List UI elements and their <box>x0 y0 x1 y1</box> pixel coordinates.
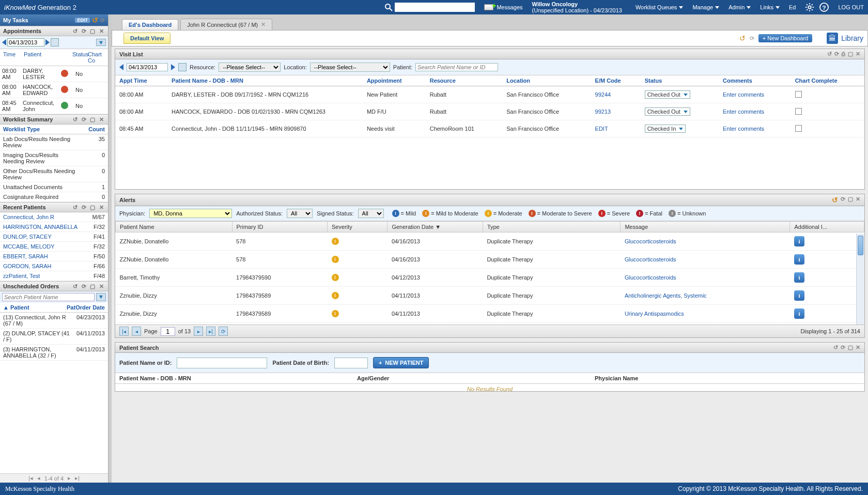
unscheduled-row[interactable]: (2) DUNLOP, STACEY (41 / F)04/11/2013 <box>0 329 108 345</box>
info-button[interactable]: i <box>794 308 804 319</box>
recent-patient-row[interactable]: HARRINGTON, ANNABELLAF/32 <box>0 222 108 232</box>
status-select[interactable]: Checked Out <box>645 107 690 116</box>
visit-row[interactable]: 08:00 AM HANCOCK, EDWARDO - DOB 01/02/19… <box>115 103 864 120</box>
refresh-icon[interactable]: ↺ <box>71 27 79 35</box>
alert-message-link[interactable]: Glucocorticosteroids <box>625 274 676 281</box>
worklist-row[interactable]: Other Docs/Results Needing Review0 <box>0 166 108 182</box>
vl-patient-search-input[interactable] <box>415 63 498 71</box>
new-patient-button[interactable]: + NEW PATIENT <box>373 357 429 368</box>
close-icon[interactable]: ✕ <box>98 116 105 123</box>
alert-message-link[interactable]: Glucocorticosteroids <box>625 238 676 244</box>
maximize-icon[interactable]: ▢ <box>848 51 853 57</box>
menu-manage[interactable]: Manage <box>688 2 723 12</box>
recent-patient-row[interactable]: DUNLOP, STACEYF/41 <box>0 232 108 242</box>
close-icon[interactable]: ✕ <box>856 196 860 204</box>
em-code-link[interactable]: 99244 <box>595 91 611 98</box>
recent-patient-row[interactable]: MCCABE, MELODYF/32 <box>0 242 108 252</box>
filter-icon[interactable]: ▼ <box>96 293 106 301</box>
ps-dob-input[interactable] <box>334 358 368 368</box>
refresh-icon[interactable]: ⟳ <box>100 17 105 24</box>
vl-resource-select[interactable]: --Please Select-- <box>219 63 281 72</box>
next-page-button[interactable]: ▸ <box>194 327 203 336</box>
global-search-input[interactable] <box>395 3 475 12</box>
gear-icon[interactable] <box>805 3 814 12</box>
help-icon[interactable]: ? <box>819 3 829 12</box>
appointment-row[interactable]: 08:45 AM Connecticut, John No <box>0 98 108 114</box>
close-icon[interactable]: ✕ <box>856 344 860 351</box>
refresh-icon[interactable]: ⟳ <box>80 27 87 35</box>
maximize-icon[interactable]: ▢ <box>848 344 853 351</box>
vl-prev-day[interactable] <box>119 64 123 70</box>
sidebar-edit-button[interactable]: EDIT <box>75 18 90 23</box>
maximize-icon[interactable]: ▢ <box>89 116 96 123</box>
calendar-icon[interactable] <box>51 38 59 47</box>
close-icon[interactable]: ✕ <box>98 27 105 35</box>
refresh-icon[interactable]: ↺ <box>833 344 838 351</box>
menu-user[interactable]: Ed <box>785 2 800 12</box>
appointment-row[interactable]: 08:00 AM DARBY, LESTER No <box>0 66 108 82</box>
refresh-icon[interactable]: ↺ <box>827 51 832 57</box>
physician-select[interactable]: MD, Donna <box>149 209 232 218</box>
chart-complete-checkbox[interactable] <box>795 91 802 98</box>
close-tab-icon[interactable]: ✕ <box>261 21 266 28</box>
appointments-date-input[interactable] <box>7 38 44 47</box>
em-code-link[interactable]: 99213 <box>595 109 611 115</box>
tab-dashboard[interactable]: Ed's Dashboard <box>122 19 178 30</box>
refresh-icon[interactable]: ↺ <box>739 34 746 42</box>
comments-link[interactable]: Enter comments <box>723 109 764 115</box>
next-day-button[interactable] <box>45 39 50 45</box>
alert-row[interactable]: Zznubie, Dizzy 17984379589 ! 04/11/2013 … <box>116 323 864 325</box>
vl-date-input[interactable] <box>127 63 168 71</box>
prev-page-button[interactable]: ◂ <box>132 327 141 336</box>
unscheduled-row[interactable]: (13) Connecticut, John R (67 / M)04/23/2… <box>0 313 108 329</box>
last-page-button[interactable]: ▸| <box>206 327 215 336</box>
last-page-button[interactable]: ▸| <box>75 475 80 482</box>
new-dashboard-button[interactable]: + New Dashboard <box>758 34 812 42</box>
tab-patient[interactable]: John R Connecticut (67 / M) ✕ <box>180 19 272 30</box>
refresh-icon[interactable]: ↺ <box>71 116 79 123</box>
alert-row[interactable]: Zznubie, Dizzy 17984379589 ! 04/11/2013 … <box>116 287 864 305</box>
calendar-icon[interactable] <box>178 63 187 71</box>
next-page-button[interactable]: ▸ <box>68 475 71 482</box>
refresh-icon[interactable]: ↺ <box>71 283 79 290</box>
maximize-icon[interactable]: ▢ <box>89 204 96 211</box>
vl-next-day[interactable] <box>171 64 175 70</box>
prev-day-button[interactable] <box>2 39 6 45</box>
status-select[interactable]: Checked In <box>645 125 686 133</box>
location-info[interactable]: Willow Oncology (Unspecified Location) -… <box>532 1 622 13</box>
info-button[interactable]: i <box>794 254 804 265</box>
worklist-row[interactable]: Lab Docs/Results Needing Review35 <box>0 134 108 150</box>
menu-worklist-queues[interactable]: Worklist Queues <box>631 2 688 12</box>
page-input[interactable] <box>161 327 175 336</box>
comments-link[interactable]: Enter comments <box>723 126 764 132</box>
maximize-icon[interactable]: ▢ <box>89 27 96 35</box>
recent-patient-row[interactable]: GORDON, SARAHF/66 <box>0 261 108 271</box>
recent-patient-row[interactable]: zzPatient, TestF/48 <box>0 271 108 281</box>
refresh-icon[interactable]: ⟳ <box>80 204 87 211</box>
close-icon[interactable]: ✕ <box>856 51 860 57</box>
maximize-icon[interactable]: ▢ <box>848 196 853 204</box>
refresh-icon[interactable]: ⟳ <box>750 35 754 42</box>
subtab-default-view[interactable]: Default View <box>123 33 171 44</box>
menu-admin[interactable]: Admin <box>724 2 755 12</box>
recent-patient-row[interactable]: EBBERT, SARAHF/50 <box>0 252 108 261</box>
em-code-link[interactable]: EDIT <box>595 126 608 132</box>
alert-row[interactable]: ZZNubie, Donatello 578 ! 04/16/2013 Dupl… <box>116 233 864 251</box>
info-button[interactable]: i <box>794 290 804 301</box>
filter-icon[interactable]: ▼ <box>96 39 106 46</box>
alert-message-link[interactable]: Anticholinergic Agents, Systemic <box>625 292 707 299</box>
status-select[interactable]: Checked Out <box>645 90 690 99</box>
unscheduled-search-input[interactable] <box>2 293 95 301</box>
worklist-row[interactable]: Cosignature Required0 <box>0 192 108 202</box>
worklist-row[interactable]: Imaging Docs/Results Needing Review0 <box>0 150 108 166</box>
menu-links[interactable]: Links <box>756 2 784 12</box>
comments-link[interactable]: Enter comments <box>723 91 764 98</box>
chart-complete-checkbox[interactable] <box>795 108 802 115</box>
info-button[interactable]: i <box>794 272 804 283</box>
visit-row[interactable]: 08:00 AM DARBY, LESTER - DOB 09/17/1952 … <box>115 86 864 103</box>
first-page-button[interactable]: |◂ <box>28 475 33 482</box>
appointment-row[interactable]: 08:00 AM HANCOCK, EDWARD No <box>0 82 108 98</box>
unscheduled-row[interactable]: (3) HARRINGTON, ANNABELLA (32 / F)04/11/… <box>0 345 108 361</box>
messages-link[interactable]: Messages <box>484 4 522 10</box>
library-button[interactable]: 🏛 Library <box>827 33 863 44</box>
